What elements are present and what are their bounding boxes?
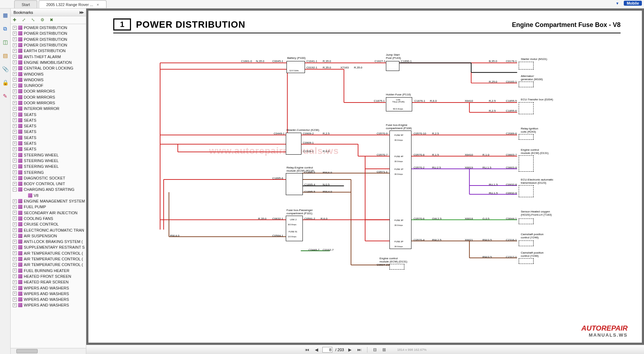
bookmark-item[interactable]: +HEATED REAR SCREEN [11, 279, 86, 285]
expand-toggle-icon[interactable]: + [13, 142, 17, 145]
bookmark-item[interactable]: +HEATED FRONT SCREEN [11, 273, 86, 279]
bookmark-item[interactable]: +STEERING WHEEL [11, 158, 86, 164]
bookmark-item[interactable]: +SEATS [11, 111, 86, 117]
expand-icon[interactable]: ⤢ [22, 17, 28, 23]
expand-toggle-icon[interactable]: + [13, 176, 17, 180]
signature-icon[interactable]: ✎ [2, 93, 9, 99]
expand-toggle-icon[interactable]: + [13, 26, 17, 30]
add-bookmark-icon[interactable]: ✚ [13, 17, 18, 23]
bookmark-item[interactable]: +COOLING FANS [11, 216, 86, 221]
bookmark-item[interactable]: +WINDOWS [11, 71, 86, 77]
zoom-in-icon[interactable]: ⊞ [381, 347, 387, 352]
expand-toggle-icon[interactable]: + [13, 72, 17, 76]
bookmark-item[interactable]: +SEATS [11, 117, 86, 123]
expand-toggle-icon[interactable]: + [13, 112, 17, 116]
expand-toggle-icon[interactable]: + [13, 251, 17, 255]
bookmark-item[interactable]: +POWER DISTRIBUTION [11, 31, 86, 36]
collapse-all-icon[interactable]: ⤡ [31, 17, 37, 23]
prev-page-icon[interactable]: ◀ [313, 347, 320, 352]
bookmark-item[interactable]: +DOOR MIRRORS [11, 100, 86, 106]
mobile-badge[interactable]: Mobile [624, 1, 642, 6]
bookmark-item[interactable]: +DOOR MIRRORS [11, 94, 86, 100]
expand-toggle-icon[interactable]: + [13, 32, 17, 35]
bookmark-item[interactable]: +WIPERS AND WASHERS [11, 291, 86, 297]
bookmark-item[interactable]: +CRUISE CONTROL [11, 221, 86, 227]
expand-toggle-icon[interactable]: + [13, 84, 17, 88]
bookmark-item[interactable]: +SEATS [11, 140, 86, 146]
bookmark-item[interactable]: +SECONDARY AIR INJECTION [11, 210, 86, 216]
expand-toggle-icon[interactable]: + [13, 199, 17, 203]
expand-toggle-icon[interactable]: + [13, 153, 17, 157]
bookmark-item[interactable]: +SEATS [11, 135, 86, 140]
bookmark-item[interactable]: +BODY CONTROL UNIT [11, 181, 86, 187]
bookmark-item[interactable]: +SEATS [11, 146, 86, 152]
bookmark-item[interactable]: +AIR TEMPERATURE CONTROL ( [11, 250, 86, 256]
bookmark-item[interactable]: +WIPERS AND WASHERS [11, 285, 86, 291]
expand-toggle-icon[interactable]: + [13, 147, 17, 151]
expand-toggle-icon[interactable]: + [13, 135, 17, 139]
bookmark-item[interactable]: +WINDOWS [11, 77, 86, 83]
expand-toggle-icon[interactable]: + [13, 130, 17, 134]
expand-toggle-icon[interactable]: + [13, 95, 17, 99]
expand-toggle-icon[interactable]: + [13, 159, 17, 162]
zoom-out-icon[interactable]: ⊟ [372, 347, 378, 352]
bookmark-item[interactable]: +SUPPLEMENTARY RESTRAINT S [11, 244, 86, 250]
expand-toggle-icon[interactable]: + [13, 222, 17, 226]
bookmark-item[interactable]: +INTERIOR MIRROR [11, 106, 86, 111]
bookmark-item[interactable]: +AIR TEMPERATURE CONTROL ( [11, 256, 86, 262]
expand-toggle-icon[interactable]: + [13, 240, 17, 244]
bookmark-item[interactable]: +SUNROOF [11, 83, 86, 88]
delete-icon[interactable]: ✖ [50, 17, 55, 23]
first-page-icon[interactable]: ⏮ [304, 347, 311, 352]
expand-toggle-icon[interactable]: + [13, 205, 17, 209]
bookmark-item[interactable]: +STEERING WHEEL [11, 164, 86, 169]
clipboard-icon[interactable]: ⧉ [2, 26, 9, 32]
next-page-icon[interactable]: ▶ [347, 347, 353, 352]
bookmark-item[interactable]: −CHARGING AND STARTING [11, 187, 86, 192]
collapse-icon[interactable]: ▶▶ [80, 10, 83, 14]
bookmark-item[interactable]: +EARTH DISTRIBUTION [11, 48, 86, 54]
expand-toggle-icon[interactable]: + [13, 89, 17, 93]
bookmark-item[interactable]: +AIR TEMPERATURE CONTROL ( [11, 262, 86, 267]
tab-document[interactable]: 2005 L322 Range Rover ...× [39, 0, 107, 8]
bookmark-item[interactable]: +DIAGNOSTIC SOCKET [11, 175, 86, 181]
expand-toggle-icon[interactable]: + [13, 286, 17, 290]
layers-icon[interactable]: ◫ [2, 39, 9, 45]
expand-toggle-icon[interactable]: + [13, 101, 17, 105]
expand-toggle-icon[interactable]: + [13, 78, 17, 82]
expand-toggle-icon[interactable]: + [13, 298, 17, 302]
expand-toggle-icon[interactable]: + [13, 107, 17, 111]
bookmark-icon[interactable]: ▤ [2, 52, 9, 59]
bookmark-item[interactable]: +FUEL BURNING HEATER [11, 267, 86, 273]
pages-icon[interactable]: ▦ [2, 12, 9, 18]
h-scrollbar[interactable] [11, 348, 86, 354]
expand-toggle-icon[interactable]: + [13, 263, 17, 267]
tab-start[interactable]: Start [14, 0, 37, 8]
page-number-input[interactable] [322, 347, 332, 353]
expand-toggle-icon[interactable]: + [13, 269, 17, 272]
bookmark-item[interactable]: +ELECTRONIC AUTOMATIC TRAN [11, 227, 86, 233]
expand-toggle-icon[interactable]: + [13, 66, 17, 70]
expand-toggle-icon[interactable]: + [13, 216, 17, 220]
expand-toggle-icon[interactable]: + [13, 124, 17, 128]
page-canvas[interactable]: 1 POWER DISTRIBUTION Engine Compartment … [88, 11, 642, 343]
expand-toggle-icon[interactable]: + [13, 170, 17, 174]
expand-toggle-icon[interactable]: + [13, 182, 17, 186]
expand-toggle-icon[interactable]: + [13, 60, 17, 64]
tree-icon[interactable]: ⚙ [40, 17, 46, 23]
bookmark-item[interactable]: +POWER DISTRIBUTION [11, 25, 86, 31]
chevron-down-icon[interactable]: ▼ [616, 1, 619, 5]
bookmark-item[interactable]: +ANTI-LOCK BRAKING SYSTEM ( [11, 239, 86, 244]
bookmark-item[interactable]: +STEERING WHEEL [11, 152, 86, 158]
bookmark-item[interactable]: +SEATS [11, 123, 86, 129]
bookmark-item[interactable]: +V8 [11, 193, 86, 198]
expand-toggle-icon[interactable]: + [13, 165, 17, 168]
last-page-icon[interactable]: ⏭ [356, 347, 363, 352]
bookmark-item[interactable]: +POWER DISTRIBUTION [11, 37, 86, 42]
bookmark-item[interactable]: +DOOR MIRRORS [11, 88, 86, 94]
bookmark-item[interactable]: +STEERING [11, 169, 86, 175]
bookmark-item[interactable]: +ANTI-THEFT ALARM [11, 54, 86, 59]
bookmark-item[interactable]: +ENGINE MANAGEMENT SYSTEM [11, 198, 86, 204]
bookmark-item[interactable]: +WIPERS AND WASHERS [11, 297, 86, 302]
bookmark-item[interactable]: +SEATS [11, 129, 86, 134]
